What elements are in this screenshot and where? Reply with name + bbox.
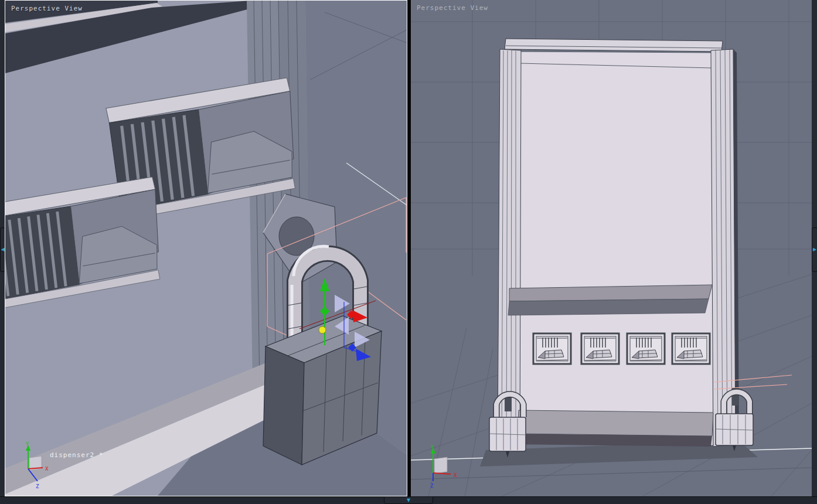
gizmo-center-handle[interactable]: [319, 326, 326, 333]
slot-frame[interactable]: [581, 333, 619, 364]
axis-label-x: X: [45, 466, 49, 472]
selected-object-label: dispenser2 *: [50, 451, 103, 459]
collapse-left-icon: ◀: [1, 247, 4, 252]
right-viewport-scene: Y X Z: [411, 0, 812, 496]
dispenser-shelf: [508, 285, 712, 315]
slot-frame[interactable]: [533, 333, 571, 364]
padlock-left[interactable]: [489, 394, 526, 458]
axis-label-y: Y: [431, 444, 434, 450]
machine-left-pillar: [498, 49, 521, 447]
viewport-title: Perspective View: [11, 5, 83, 12]
axis-label-z: Z: [36, 483, 39, 489]
collapse-right-icon: ▶: [813, 247, 816, 252]
bottom-splitter-handle[interactable]: ▼: [384, 496, 433, 504]
slot-frame[interactable]: [627, 333, 665, 364]
right-splitter-handle[interactable]: ▶: [812, 227, 817, 272]
axis-label-y: Y: [26, 441, 29, 447]
left-viewport[interactable]: Perspective View dispenser2 *: [5, 0, 407, 496]
axis-label-z: Z: [430, 483, 434, 489]
left-viewport-scene: Y X Z: [5, 1, 407, 496]
machine-front-panel[interactable]: [519, 52, 713, 445]
axis-label-x: X: [454, 472, 457, 478]
machine-right-pillar: [711, 49, 736, 447]
machine-base-band: [518, 410, 713, 436]
slot-frame[interactable]: [672, 333, 710, 364]
right-viewport[interactable]: Perspective View: [411, 0, 812, 496]
collapse-down-icon: ▼: [407, 498, 410, 503]
viewport-title: Perspective View: [417, 4, 488, 12]
application-window: ◀ Perspective View dispenser2 *: [0, 0, 817, 504]
dispenser-machine[interactable]: [498, 39, 739, 447]
